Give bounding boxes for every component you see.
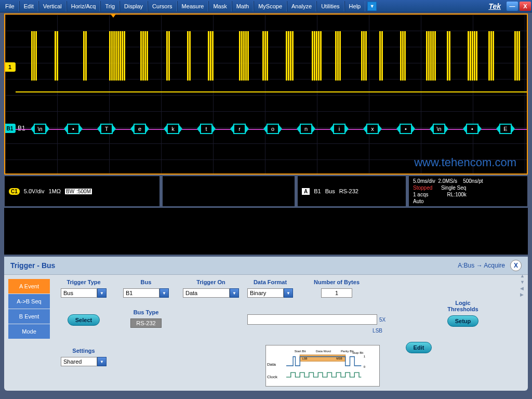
svg-text:Stop Bit: Stop Bit <box>352 351 364 354</box>
trigger-on-label: Trigger On <box>196 279 225 285</box>
minimize-button[interactable]: — <box>507 2 518 11</box>
dropdown-icon[interactable]: ▼ <box>284 288 293 298</box>
menu-measure[interactable]: Measure <box>177 1 209 11</box>
ch1-waveform <box>16 31 527 94</box>
tab-mode[interactable]: Mode <box>8 324 50 339</box>
dropdown-icon[interactable]: ▼ <box>97 288 107 298</box>
bus-select[interactable]: B1 ▼ <box>123 288 169 298</box>
menubar: File Edit Vertical Horiz/Acq Trig Displa… <box>0 0 532 12</box>
bus-decode-char: t <box>200 124 212 134</box>
bus-type-label: Bus Type <box>134 309 159 315</box>
bus-decode-char: • <box>466 124 478 134</box>
timebase: 5.0ms/div <box>413 178 435 184</box>
menu-utilities[interactable]: Utilities <box>316 1 344 11</box>
tab-b-event[interactable]: B Event <box>8 309 50 324</box>
panel-close-button[interactable]: X <box>510 260 522 271</box>
trigger-type-label: Trigger Type <box>66 279 100 285</box>
logic-thresholds-label: Logic Thresholds <box>440 300 486 312</box>
channel-status[interactable]: C1 5.0V/div 1MΩ BW:500M <box>4 176 160 207</box>
menu-file[interactable]: File <box>1 1 19 11</box>
data-format-value: Binary <box>247 288 284 298</box>
trigger-tabs: A Event A->B Seq B Event Mode <box>8 279 50 387</box>
bus-decode-char: \n <box>433 124 445 134</box>
dropdown-icon[interactable]: ▼ <box>230 288 239 298</box>
svg-text:LSB: LSB <box>302 357 308 360</box>
trigger-status[interactable]: A B1 Bus RS-232 <box>297 176 406 207</box>
bus-decode-char: i <box>333 124 345 134</box>
trigger-bus-id: B1 <box>314 188 321 194</box>
bus-value: B1 <box>123 288 159 298</box>
svg-text:Start Bit: Start Bit <box>295 349 306 353</box>
bus-1-label: B1 <box>18 125 25 132</box>
acquire-link[interactable]: A:Bus → Acquire <box>458 262 505 269</box>
bandwidth-value: :500M <box>75 189 92 194</box>
close-button[interactable]: X <box>520 2 531 11</box>
tab-ab-seq[interactable]: A->B Seq <box>8 294 50 309</box>
trigger-on-select[interactable]: Data ▼ <box>183 288 239 298</box>
oscilloscope-display[interactable]: 1 B1 B1 \n•Tektronix•\n•E www.tehencom.c… <box>4 14 528 175</box>
brand-logo: Tek <box>488 2 501 10</box>
menu-myscope[interactable]: MyScope <box>254 1 287 11</box>
svg-text:MSB: MSB <box>336 357 342 360</box>
setup-button[interactable]: Setup <box>447 315 479 327</box>
a-trigger-badge: A <box>302 188 310 195</box>
panel-scroll-arrows[interactable]: ▲▼◀▶ <box>520 273 525 297</box>
menu-help[interactable]: Help <box>344 1 366 11</box>
readout-area <box>4 208 528 255</box>
resolution: 500ns/pt <box>463 178 483 184</box>
data-multiplier: 5X <box>379 317 385 323</box>
data-pattern-input[interactable] <box>247 314 377 325</box>
dropdown-icon[interactable]: ▼ <box>97 357 107 366</box>
acquisition-status[interactable]: 5.0ms/div 2.0MS/s 500ns/pt Stopped Singl… <box>408 176 528 207</box>
trigger-on-value: Data <box>183 288 230 298</box>
trigger-type-value: Bus <box>61 288 97 298</box>
bus-decode-char: E <box>499 124 512 134</box>
bus-decode-char: k <box>167 124 179 134</box>
menu-vertical[interactable]: Vertical <box>38 1 66 11</box>
protocol-diagram: Data Clock Start Bit Data Word Parity Bi… <box>265 345 380 387</box>
svg-text:Data Word: Data Word <box>316 349 331 353</box>
channel-1-marker[interactable]: 1 <box>4 62 16 72</box>
num-bytes-value[interactable]: 1 <box>321 288 352 298</box>
menu-trig[interactable]: Trig <box>100 1 119 11</box>
dropdown-icon[interactable]: ▼ <box>159 288 169 298</box>
menu-math[interactable]: Math <box>232 1 254 11</box>
record-length: RL:100k <box>447 192 467 197</box>
menu-horiz-acq[interactable]: Horiz/Acq <box>66 1 101 11</box>
bus-decode-char: \n <box>34 124 46 134</box>
menu-dropdown-icon[interactable]: ▼ <box>367 2 377 11</box>
run-state: Stopped <box>413 185 432 191</box>
settings-label: Settings <box>72 348 95 354</box>
lsb-label: LSB <box>373 328 382 334</box>
panel-header: Trigger - Bus A:Bus → Acquire X <box>4 257 528 275</box>
trigger-bus-word: Bus <box>325 188 335 194</box>
status-spacer <box>162 176 295 207</box>
bus-decode-char: n <box>300 124 312 134</box>
menu-cursors[interactable]: Cursors <box>148 1 177 11</box>
select-button[interactable]: Select <box>68 314 100 326</box>
settings-value: Shared <box>61 357 97 366</box>
menu-edit[interactable]: Edit <box>19 1 38 11</box>
trigger-position-icon[interactable] <box>110 14 116 18</box>
vertical-scale: 5.0V/div <box>24 188 45 194</box>
bandwidth-badge: BW <box>65 189 75 194</box>
tab-a-event[interactable]: A Event <box>8 279 50 294</box>
settings-select[interactable]: Shared ▼ <box>61 357 107 366</box>
data-format-select[interactable]: Binary ▼ <box>247 288 293 298</box>
data-format-label: Data Format <box>254 279 287 285</box>
trigger-bus-type: RS-232 <box>339 188 358 194</box>
trigger-panel: Trigger - Bus A:Bus → Acquire X ▲▼◀▶ A E… <box>4 257 528 391</box>
bus-1-marker[interactable]: B1 <box>4 124 16 133</box>
menu-analyze[interactable]: Analyze <box>287 1 316 11</box>
svg-text:1: 1 <box>364 354 366 358</box>
sample-rate: 2.0MS/s <box>438 178 457 184</box>
edit-button[interactable]: Edit <box>406 342 432 353</box>
bus-decode-char: e <box>134 124 146 134</box>
menu-mask[interactable]: Mask <box>208 1 231 11</box>
ch1-badge: C1 <box>9 188 20 195</box>
menu-display[interactable]: Display <box>119 1 148 11</box>
trigger-mode: Auto <box>413 198 424 204</box>
panel-title: Trigger - Bus <box>10 261 55 270</box>
trigger-type-select[interactable]: Bus ▼ <box>61 288 107 298</box>
watermark-text: www.tehencom.com <box>414 156 516 169</box>
